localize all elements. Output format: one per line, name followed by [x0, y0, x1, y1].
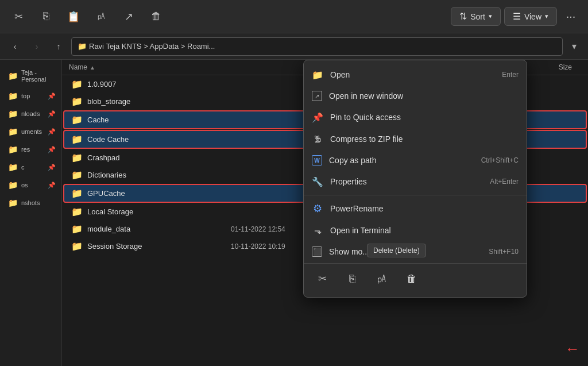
sort-chevron-icon: ▾ [489, 13, 492, 20]
sidebar-item-documents[interactable]: 📁 uments 📌 [2, 123, 59, 140]
terminal-label: Open in Terminal [330, 226, 519, 235]
properties-shortcut: Alt+Enter [490, 178, 519, 186]
pin-icon: 📌 [48, 110, 56, 118]
folder-icon: 📁 [8, 109, 18, 118]
sidebar-item-label: top [21, 93, 30, 99]
paste-button[interactable]: 📋 [62, 5, 85, 28]
col-name-header[interactable]: Name ▲ [69, 63, 230, 71]
compress-icon: 🗜 [312, 133, 323, 145]
rename-action-button[interactable]: ㎀ [372, 268, 392, 289]
folder-icon: 📁 [71, 188, 83, 199]
sidebar-item-os[interactable]: 📁 os 📌 [2, 176, 59, 194]
context-menu-powerrename[interactable]: ⚙ PowerRename [304, 198, 527, 219]
context-menu-divider [304, 195, 527, 195]
sidebar-item-label: Teja - Personal [21, 69, 53, 83]
file-name: Session Storage [87, 242, 231, 251]
powerrename-label: PowerRename [330, 204, 519, 213]
file-name: Crashpad [87, 153, 231, 162]
folder-icon: 📁 [71, 114, 83, 125]
pin-icon: 📌 [48, 182, 56, 189]
sort-label: Sort [470, 12, 485, 21]
terminal-icon: ⬎ [312, 225, 323, 236]
folder-icon: 📁 [71, 224, 83, 234]
cut-action-button[interactable]: ✂ [312, 268, 332, 289]
view-button[interactable]: ☰ View ▾ [504, 7, 557, 26]
cut-button[interactable]: ✂ [7, 5, 30, 28]
view-label: View [524, 12, 541, 21]
rename-button[interactable]: ㎀ [90, 5, 113, 28]
file-name: 1.0.9007 [87, 80, 231, 88]
context-menu-pin[interactable]: 📌 Pin to Quick access [304, 106, 527, 128]
sidebar: 📁 Teja - Personal 📁 top 📌 📁 nloads 📌 📁 u… [0, 60, 62, 366]
pin-icon: 📌 [48, 128, 56, 136]
pin-icon: 📌 [312, 111, 323, 123]
open-shortcut: Enter [502, 71, 519, 79]
folder-icon: 📁 [71, 152, 83, 163]
copy-button[interactable]: ⎘ [34, 5, 57, 28]
powerrename-icon: ⚙ [312, 203, 323, 214]
compress-label: Compress to ZIP file [330, 134, 519, 144]
folder-icon: 📁 [8, 180, 18, 190]
view-chevron-icon: ▾ [545, 13, 548, 20]
sort-indicator-icon: ▲ [90, 64, 95, 71]
pin-label: Pin to Quick access [330, 113, 519, 122]
file-name: Dictionaries [87, 171, 231, 179]
open-folder-icon: 📁 [312, 69, 323, 80]
delete-button[interactable]: 🗑 [145, 5, 168, 28]
context-menu-open[interactable]: 📁 Open Enter [304, 64, 527, 86]
copy-path-label: Copy as path [329, 156, 474, 165]
context-menu: 📁 Open Enter ↗ Open in new window 📌 Pin … [303, 60, 527, 298]
context-menu-open-new-window[interactable]: ↗ Open in new window [304, 86, 527, 106]
nav-back-button[interactable]: ‹ [6, 37, 24, 56]
properties-label: Properties [330, 177, 483, 186]
file-name: Code Cache [87, 135, 231, 144]
pin-icon: 📌 [48, 93, 56, 100]
context-menu-icon-row: ✂ ⎘ ㎀ 🗑 [304, 263, 527, 294]
file-area: Name ▲ Size 📁 1.0.9007 📁 blob_storage [62, 60, 588, 366]
pin-icon: 📌 [48, 146, 56, 153]
folder-icon: 📁 [71, 79, 83, 90]
sidebar-item-label: res [21, 146, 30, 153]
nav-up-button[interactable]: ↑ [49, 37, 68, 56]
folder-icon: 📁 [8, 71, 18, 80]
nav-forward-button[interactable]: › [28, 37, 46, 56]
address-dropdown-button[interactable]: ▾ [566, 37, 582, 56]
properties-icon: 🔧 [312, 176, 323, 187]
folder-icon: 📁 [71, 206, 83, 217]
col-size-header: Size [535, 63, 581, 71]
sidebar-item-label: uments [21, 128, 42, 135]
toolbar-right: ⇅ Sort ▾ ☰ View ▾ ··· [451, 6, 581, 27]
sidebar-item-c[interactable]: 📁 c 📌 [2, 159, 59, 176]
file-name: Cache [87, 115, 231, 124]
show-more-label: Show mo... [329, 247, 482, 256]
context-menu-compress[interactable]: 🗜 Compress to ZIP file [304, 128, 527, 150]
folder-icon: 📁 [8, 163, 18, 172]
folder-icon: 📁 [8, 91, 18, 101]
open-new-window-label: Open in new window [329, 91, 519, 101]
share-button[interactable]: ↗ [117, 5, 140, 28]
folder-icon: 📁 [8, 127, 18, 136]
sidebar-item-top[interactable]: 📁 top 📌 [2, 87, 59, 105]
sidebar-item-downloads[interactable]: 📁 nloads 📌 [2, 105, 59, 122]
open-label: Open [330, 70, 495, 79]
sidebar-item-personal[interactable]: 📁 Teja - Personal [2, 65, 59, 87]
show-more-icon: ⬛ [312, 246, 322, 257]
context-menu-show-more[interactable]: ⬛ Show mo... Delete (Delete) Shift+F10 [304, 241, 527, 262]
sort-button[interactable]: ⇅ Sort ▾ [451, 7, 501, 26]
context-menu-terminal[interactable]: ⬎ Open in Terminal [304, 219, 527, 241]
main-layout: 📁 Teja - Personal 📁 top 📌 📁 nloads 📌 📁 u… [0, 60, 588, 366]
context-menu-copy-path[interactable]: W Copy as path Ctrl+Shift+C [304, 150, 527, 171]
more-options-button[interactable]: ··· [560, 6, 581, 27]
file-name: module_data [87, 225, 231, 233]
delete-action-button[interactable]: 🗑 [401, 268, 422, 289]
sidebar-item-screenshots[interactable]: 📁 nshots [2, 194, 59, 211]
folder-icon: 📁 [71, 241, 83, 252]
copy-path-shortcut: Ctrl+Shift+C [481, 156, 519, 164]
folder-icon: 📁 [8, 145, 18, 154]
sidebar-item-label: os [21, 182, 28, 188]
sidebar-item-pictures[interactable]: 📁 res 📌 [2, 141, 59, 158]
context-menu-properties[interactable]: 🔧 Properties Alt+Enter [304, 171, 527, 192]
col-size-label: Size [559, 63, 572, 71]
copy-action-button[interactable]: ⎘ [342, 268, 362, 289]
address-path[interactable]: 📁 Ravi Teja KNTS > AppData > Roami... [71, 37, 563, 56]
